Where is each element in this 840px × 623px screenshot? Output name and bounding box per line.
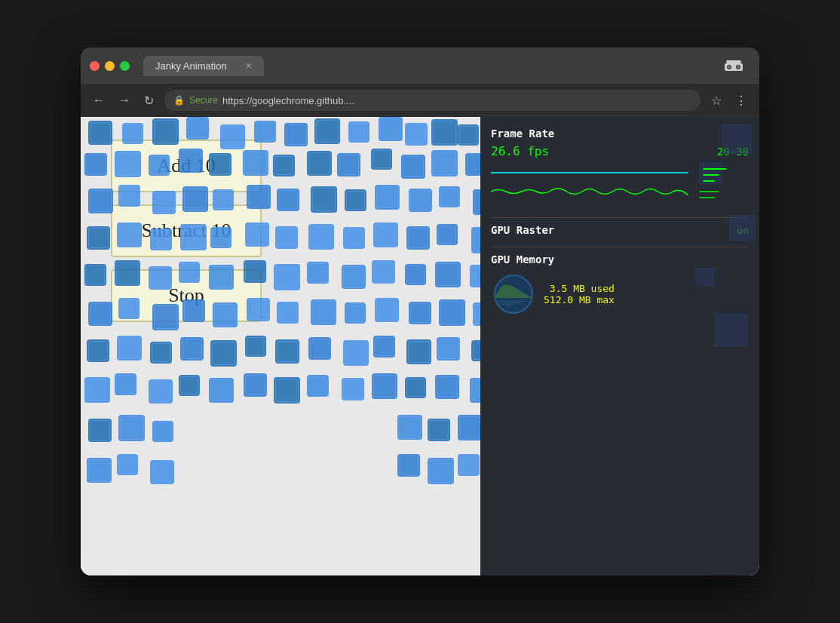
blue-square <box>275 226 298 249</box>
frame-rate-row: 26.6 fps 20-30 <box>491 144 749 158</box>
blue-square <box>88 189 113 213</box>
svg-rect-0 <box>726 60 741 63</box>
gpu-raster-section: GPU Raster on <box>491 224 749 236</box>
blue-square <box>409 189 432 212</box>
blue-square <box>122 123 143 144</box>
close-button[interactable] <box>90 61 100 71</box>
bg-square <box>714 313 748 347</box>
blue-square <box>254 121 276 143</box>
blue-square <box>247 185 271 209</box>
blue-square <box>405 377 426 398</box>
blue-square <box>401 155 425 179</box>
blue-square <box>406 339 431 364</box>
lock-icon: 🔒 <box>173 95 185 106</box>
blue-square <box>209 153 231 176</box>
animation-area: Add 10 Subtract 10 Stop <box>81 117 480 575</box>
blue-square <box>84 377 110 403</box>
blue-square <box>343 227 365 249</box>
refresh-button[interactable]: ↻ <box>141 91 157 111</box>
blue-square <box>152 118 179 145</box>
blue-square <box>186 117 209 140</box>
traffic-lights <box>90 61 130 71</box>
gauge-svg <box>491 272 536 317</box>
browser-window: Janky Animation × ← → ↻ 🔒 Secure https:/… <box>81 48 759 575</box>
blue-square <box>209 378 234 403</box>
blue-square <box>150 460 174 484</box>
blue-square <box>152 191 176 214</box>
blue-square <box>439 186 460 207</box>
gpu-raster-row: GPU Raster on <box>491 224 749 236</box>
blue-square <box>179 375 200 396</box>
divider-1 <box>491 217 749 218</box>
gauge-circle <box>491 272 536 317</box>
tab-area: Janky Animation × <box>137 56 716 76</box>
blue-square <box>220 124 245 149</box>
blue-square <box>245 336 266 357</box>
blue-square <box>277 189 299 211</box>
blue-square <box>88 121 112 145</box>
svg-point-5 <box>737 66 740 68</box>
blue-square <box>375 298 399 322</box>
blue-square <box>182 299 205 322</box>
blue-square <box>180 224 207 250</box>
blue-square <box>213 302 238 327</box>
bg-square <box>722 124 752 155</box>
blue-square <box>210 340 237 367</box>
incognito-icon <box>723 56 750 76</box>
bookmark-icon[interactable]: ☆ <box>708 91 725 111</box>
blue-square <box>439 299 465 326</box>
url-bar[interactable]: 🔒 Secure https://googlechrome.github.... <box>164 90 701 111</box>
blue-square <box>372 260 395 284</box>
blue-square <box>373 222 398 247</box>
blue-square <box>277 302 299 324</box>
menu-icon[interactable]: ⋮ <box>732 91 750 111</box>
blue-square <box>397 415 422 440</box>
blue-square <box>118 298 139 319</box>
blue-square <box>406 226 430 250</box>
blue-square <box>149 266 172 290</box>
svg-point-4 <box>728 66 731 68</box>
blue-square <box>473 189 480 215</box>
blue-square <box>308 224 334 250</box>
blue-square <box>311 186 337 213</box>
blue-square <box>149 379 173 404</box>
bg-square <box>729 215 756 241</box>
title-bar: Janky Animation × <box>81 48 759 84</box>
forward-button[interactable]: → <box>115 91 133 110</box>
gpu-memory-max: 512.0 MB max <box>544 294 615 305</box>
blue-square <box>118 415 145 441</box>
address-bar: ← → ↻ 🔒 Secure https://googlechrome.gith… <box>81 84 759 117</box>
blue-square <box>213 189 234 210</box>
blue-square <box>210 227 231 248</box>
blue-square <box>274 264 300 290</box>
blue-square <box>284 123 308 146</box>
blue-square <box>405 264 426 285</box>
blue-square <box>458 124 479 146</box>
blue-square <box>343 340 369 366</box>
blue-square <box>273 155 295 176</box>
blue-square <box>372 373 397 399</box>
gpu-raster-title: GPU Raster <box>491 224 554 236</box>
blue-square <box>149 155 170 176</box>
blue-square <box>87 339 109 362</box>
blue-square <box>371 149 392 170</box>
blue-square <box>245 222 269 247</box>
blue-square <box>470 378 480 403</box>
blue-square <box>117 454 138 475</box>
back-button[interactable]: ← <box>90 91 108 110</box>
minimize-button[interactable] <box>105 61 115 71</box>
browser-tab[interactable]: Janky Animation × <box>143 56 264 76</box>
blue-square <box>150 342 172 364</box>
blue-square <box>117 222 142 247</box>
maximize-button[interactable] <box>120 61 130 71</box>
tab-close-icon[interactable]: × <box>246 60 252 71</box>
blue-square <box>84 153 107 176</box>
blue-square <box>337 153 360 176</box>
blue-square <box>471 227 480 253</box>
gpu-memory-used: 3.5 MB used <box>544 283 615 294</box>
gpu-memory-title: GPU Memory <box>491 253 749 265</box>
blue-square <box>308 337 331 360</box>
blue-square <box>243 150 268 176</box>
blue-square <box>307 262 329 284</box>
blue-square <box>275 339 299 364</box>
